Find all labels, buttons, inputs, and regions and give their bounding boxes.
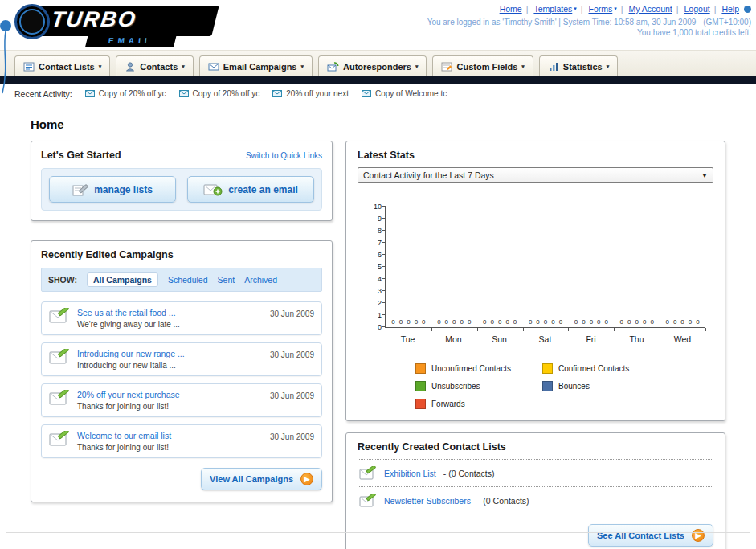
main-nav: Contact Lists ▾ Contacts ▾ Email Campaig…: [0, 50, 756, 76]
statistics-icon: [548, 61, 559, 72]
value-label: 0: [643, 318, 646, 326]
legend-item: Unconfirmed Contacts: [415, 363, 542, 374]
stats-period-select[interactable]: Contact Activity for the Last 7 Days ▼: [358, 167, 713, 183]
value-label: 0: [627, 318, 631, 326]
legend-item: Bounces: [542, 381, 669, 391]
logo-sub-text: EMAIL: [108, 36, 153, 45]
contact-activity-chart: 0123456789100000000000000000000000000000…: [385, 207, 705, 409]
contact-lists-title: Recently Created Contact Lists: [358, 441, 713, 453]
value-labels: 00000: [665, 318, 699, 326]
tab-email-campaigns[interactable]: Email Campaigns ▾: [199, 55, 313, 76]
tab-contacts[interactable]: Contacts ▾: [116, 55, 194, 76]
get-started-title: Let's Get Started: [41, 150, 121, 161]
legend-label: Unsubscribes: [431, 382, 480, 391]
chart-day-column: 00000: [660, 207, 705, 327]
x-axis-tick: [523, 328, 524, 331]
tab-label: Custom Fields: [456, 62, 517, 72]
x-axis-label: Wed: [660, 334, 705, 344]
campaign-date: 30 Jun 2009: [270, 432, 314, 441]
tab-label: Statistics: [563, 62, 603, 72]
campaign-title-link[interactable]: Welcome to our email list: [77, 431, 263, 440]
value-labels: 00000: [391, 318, 425, 326]
filter-archived[interactable]: Archived: [244, 275, 277, 285]
switch-quick-links-link[interactable]: Switch to Quick Links: [246, 151, 322, 160]
campaign-row[interactable]: 20% off your next purchase Thanks for jo…: [41, 383, 322, 417]
see-all-contact-lists-button[interactable]: See All Contact Lists ▶: [588, 524, 713, 547]
top-link-home[interactable]: Home: [500, 4, 522, 14]
contact-list-row[interactable]: Newsletter Subscribers - (0 Contacts): [358, 487, 713, 514]
value-label: 0: [689, 318, 692, 326]
value-label: 0: [620, 318, 623, 326]
chart-day-column: 00000: [523, 207, 569, 327]
filter-scheduled[interactable]: Scheduled: [168, 275, 208, 285]
envelope-icon: [179, 90, 189, 97]
logo-swoosh-icon: [14, 4, 50, 39]
value-label: 0: [498, 318, 501, 326]
x-axis-label: Fri: [568, 334, 614, 344]
value-label: 0: [437, 318, 440, 326]
chevron-down-icon: ▾: [99, 64, 102, 70]
x-axis-tick: [568, 328, 569, 331]
campaign-row[interactable]: Welcome to our email list Thanks for joi…: [41, 424, 322, 458]
turbo-email-logo[interactable]: TURBO EMAIL: [10, 2, 225, 48]
y-axis-tick-label: 2: [370, 299, 382, 307]
legend-label: Confirmed Contacts: [558, 364, 629, 373]
top-link-forms[interactable]: Forms▾: [577, 4, 617, 14]
value-label: 0: [415, 318, 418, 326]
campaign-row[interactable]: See us at the retail food ... We're givi…: [41, 301, 322, 335]
login-info: You are logged in as 'Timothy Smith' | S…: [427, 18, 751, 27]
campaigns-filter-bar: SHOW: All Campaigns Scheduled Sent Archi…: [41, 268, 322, 292]
value-label: 0: [696, 318, 699, 326]
envelope-pencil-icon: [49, 390, 70, 406]
value-label: 0: [483, 318, 486, 326]
contact-list-name-link[interactable]: Newsletter Subscribers: [384, 496, 471, 506]
campaign-title-link[interactable]: See us at the retail food ...: [77, 308, 263, 318]
stats-period-value: Contact Activity for the Last 7 Days: [363, 170, 494, 180]
value-labels: 00000: [483, 318, 517, 326]
main-content: Home Let's Get Started Switch to Quick L…: [6, 104, 750, 549]
page-title: Home: [31, 117, 725, 131]
recent-activity-item[interactable]: Copy of 20% off yc: [85, 89, 166, 98]
y-axis-tick: [382, 206, 386, 207]
y-axis-tick-label: 10: [370, 203, 382, 211]
legend-label: Unconfirmed Contacts: [431, 364, 511, 373]
value-label: 0: [529, 318, 532, 326]
chevron-down-icon: ▾: [300, 64, 304, 70]
top-link-my-account[interactable]: My Account: [617, 4, 672, 14]
legend-swatch-icon: [415, 399, 426, 409]
tab-statistics[interactable]: Statistics ▾: [539, 55, 618, 76]
value-label: 0: [513, 318, 517, 326]
campaign-title-link[interactable]: 20% off your next purchase: [77, 390, 263, 399]
value-label: 0: [490, 318, 493, 326]
chevron-down-icon: ▾: [521, 64, 525, 70]
recent-activity-item[interactable]: Copy of Welcome tc: [362, 89, 447, 98]
x-axis-tick: [614, 328, 615, 331]
header-right: Home Templates▾ Forms▾ My Account Logout…: [427, 4, 751, 37]
chart-columns: 00000000000000000000000000000000000: [386, 207, 705, 327]
top-link-logout[interactable]: Logout: [672, 4, 710, 14]
contact-list-row[interactable]: Exhibition List - (0 Contacts): [358, 459, 713, 487]
top-link-templates[interactable]: Templates▾: [522, 4, 577, 14]
tab-autoresponders[interactable]: Autoresponders ▾: [318, 55, 427, 76]
manage-lists-button[interactable]: manage lists: [49, 176, 176, 203]
filter-sent[interactable]: Sent: [218, 275, 235, 285]
campaign-date: 30 Jun 2009: [270, 391, 314, 400]
campaign-title-link[interactable]: Introducing our new range ...: [77, 349, 263, 358]
view-all-campaigns-button[interactable]: View All Campaigns ▶: [201, 468, 322, 490]
chart-x-labels: TueMonSunSatFriThuWed: [385, 334, 705, 344]
recent-activity-item[interactable]: Copy of 20% off yc: [179, 89, 260, 98]
value-label: 0: [673, 318, 676, 326]
get-started-buttons: manage lists create an email: [41, 168, 322, 211]
create-email-button[interactable]: create an email: [187, 176, 314, 203]
filter-all-campaigns[interactable]: All Campaigns: [87, 272, 158, 287]
chart-day-column: 00000: [386, 207, 431, 327]
x-axis-tick: [477, 328, 478, 331]
x-axis-label: Sun: [476, 334, 522, 344]
contact-list-name-link[interactable]: Exhibition List: [384, 469, 436, 478]
tab-custom-fields[interactable]: Custom Fields ▾: [432, 55, 533, 76]
tab-contact-lists[interactable]: Contact Lists ▾: [14, 55, 110, 76]
top-link-help[interactable]: Help: [710, 4, 751, 14]
help-icon: [744, 6, 751, 13]
recent-activity-item[interactable]: 20% off your next: [272, 89, 349, 98]
campaign-row[interactable]: Introducing our new range ... Introducin…: [41, 342, 322, 376]
